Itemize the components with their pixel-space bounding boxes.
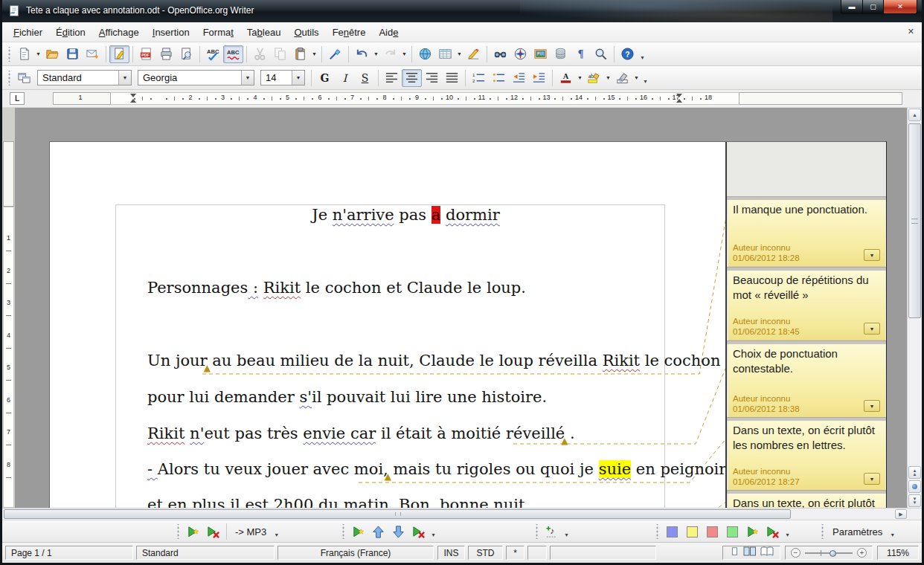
status-page-style[interactable]: Standard bbox=[136, 546, 275, 560]
comment-note[interactable]: Beaucoup de répétitions du mot « réveill… bbox=[728, 271, 885, 340]
play-add-button[interactable] bbox=[348, 523, 368, 540]
toolbar-grip[interactable] bbox=[7, 71, 12, 85]
indent-button[interactable] bbox=[529, 69, 549, 87]
redo-dropdown-icon[interactable]: ▼ bbox=[400, 45, 408, 63]
horizontal-scroll-thumb[interactable] bbox=[4, 509, 791, 519]
toolbar-grip[interactable] bbox=[655, 524, 660, 539]
arrow-up-button[interactable] bbox=[368, 523, 388, 540]
comment-menu-icon[interactable]: ▼ bbox=[864, 400, 880, 412]
indent-marker[interactable] bbox=[676, 94, 683, 103]
toolbar-overflow-button[interactable]: ▾ bbox=[641, 69, 650, 87]
comment-menu-icon[interactable]: ▼ bbox=[864, 473, 880, 485]
zoom-slider-track[interactable] bbox=[805, 552, 853, 554]
toolbar-overflow-button[interactable]: ▾ bbox=[272, 523, 281, 540]
sq-red-button[interactable] bbox=[702, 523, 722, 540]
chevron-down-icon[interactable]: ▼ bbox=[292, 71, 304, 85]
chevron-down-icon[interactable]: ▼ bbox=[118, 71, 131, 85]
table-button[interactable] bbox=[435, 45, 455, 63]
vertical-scroll-thumb[interactable] bbox=[908, 123, 921, 318]
italic-button[interactable]: I bbox=[335, 69, 355, 87]
document-line[interactable]: - Alors tu veux jouer avec moi,▲ mais tu… bbox=[117, 459, 664, 482]
close-button[interactable]: ✕ bbox=[883, 0, 917, 14]
document-line[interactable]: Rikit n'eut pas très envie car il était … bbox=[117, 424, 664, 446]
hyperlink-button[interactable] bbox=[415, 45, 435, 63]
zoom-in-icon[interactable]: + bbox=[857, 548, 867, 558]
previous-object-button[interactable]: ▲▲ bbox=[908, 466, 921, 479]
align-right-button[interactable] bbox=[422, 69, 442, 87]
status-modified-flag[interactable]: * bbox=[506, 546, 524, 560]
horizontal-scrollbar[interactable]: ▶ bbox=[2, 508, 922, 520]
vertical-ruler[interactable]: 12345678 bbox=[2, 108, 15, 508]
underline-button[interactable]: S bbox=[355, 69, 375, 87]
bgcolor-button[interactable] bbox=[612, 69, 632, 87]
autospell-button[interactable]: ABC bbox=[223, 45, 243, 63]
help-button[interactable]: ? bbox=[617, 45, 638, 63]
paragraph-style-combo[interactable]: Standard ▼ bbox=[37, 70, 132, 85]
menu-outils[interactable]: Outils bbox=[287, 24, 325, 41]
document-line[interactable]: et en plus il est 2h00 du matin. Bon, bo… bbox=[117, 495, 664, 508]
toolbar-overflow-button[interactable]: ▾ bbox=[888, 523, 897, 540]
draw-button[interactable] bbox=[463, 45, 484, 63]
toolbar-grip[interactable] bbox=[534, 524, 539, 539]
document-line[interactable]: Personnages : Rikit le cochon et Claude … bbox=[117, 278, 664, 298]
datasource-button[interactable] bbox=[551, 45, 571, 63]
highlight-dropdown-icon[interactable]: ▼ bbox=[604, 69, 612, 87]
edit-file-button[interactable] bbox=[109, 45, 129, 63]
styles-window-button[interactable] bbox=[14, 69, 34, 87]
play-add-button[interactable] bbox=[742, 523, 763, 540]
fontcolor-dropdown-icon[interactable]: ▼ bbox=[576, 69, 584, 87]
navigation-button[interactable] bbox=[908, 480, 921, 493]
highlight-button[interactable]: ab bbox=[584, 69, 604, 87]
toolbar-overflow-button[interactable]: ▾ bbox=[638, 45, 647, 63]
toolbar-grip[interactable] bbox=[176, 524, 181, 539]
comment-note[interactable]: Il manque une ponctuation.Auteur inconnu… bbox=[728, 200, 885, 267]
menu-format[interactable]: Format bbox=[196, 24, 240, 41]
align-left-button[interactable] bbox=[382, 69, 402, 87]
page[interactable]: Je n'arrive pas a dormirPersonnages : Ri… bbox=[49, 141, 887, 508]
mp3-export-button[interactable]: -> MP3 bbox=[230, 524, 272, 540]
next-object-button[interactable]: ▼▼ bbox=[908, 494, 921, 507]
toolbar-grip[interactable] bbox=[820, 524, 825, 539]
paste-button[interactable] bbox=[290, 45, 310, 63]
zoomicon-button[interactable] bbox=[591, 45, 611, 63]
align-center-button[interactable] bbox=[402, 69, 422, 87]
justify-button[interactable] bbox=[442, 69, 462, 87]
comment-note[interactable]: Dans un texte, on écrit plutôt bbox=[728, 494, 885, 508]
note-add-button[interactable]: ♪ bbox=[542, 523, 562, 540]
play-add-button[interactable] bbox=[183, 523, 203, 540]
mail-button[interactable] bbox=[83, 45, 103, 63]
undo-dropdown-icon[interactable]: ▼ bbox=[372, 45, 380, 63]
spell-button[interactable]: ABC bbox=[203, 45, 223, 63]
toolbar-overflow-button[interactable]: ▾ bbox=[783, 523, 792, 540]
menu-insertion[interactable]: Insertion bbox=[146, 24, 196, 41]
document-line[interactable]: pour lui demander s'il pouvait lui lire … bbox=[117, 387, 664, 407]
save-button[interactable] bbox=[62, 45, 83, 63]
fontcolor-button[interactable]: A bbox=[556, 69, 576, 87]
multi-page-view-icon[interactable] bbox=[743, 546, 757, 559]
font-size-combo[interactable]: 14 ▼ bbox=[260, 70, 305, 85]
new-button[interactable] bbox=[14, 45, 34, 63]
scroll-right-icon[interactable]: ▶ bbox=[895, 509, 907, 519]
document-line[interactable]: Je n'arrive pas a dormir bbox=[117, 205, 664, 225]
menu-affichage[interactable]: Affichage bbox=[92, 24, 146, 41]
zoom-slider-thumb[interactable] bbox=[830, 550, 836, 557]
outdent-button[interactable] bbox=[509, 69, 529, 87]
redo-button[interactable] bbox=[380, 45, 400, 63]
toolbar-grip[interactable] bbox=[7, 47, 12, 62]
brush-button[interactable] bbox=[325, 45, 345, 63]
status-signature[interactable] bbox=[527, 546, 547, 560]
chevron-down-icon[interactable]: ▼ bbox=[241, 71, 254, 85]
sq-green-button[interactable] bbox=[722, 523, 742, 540]
zoom-out-icon[interactable]: − bbox=[791, 548, 801, 558]
new-dropdown-icon[interactable]: ▼ bbox=[34, 45, 42, 63]
find-button[interactable] bbox=[490, 45, 510, 63]
bold-button[interactable]: G bbox=[315, 69, 335, 87]
menu-fentre[interactable]: Fenêtre bbox=[326, 24, 373, 41]
font-name-combo[interactable]: Georgia ▼ bbox=[138, 70, 254, 85]
cut-button[interactable] bbox=[250, 45, 270, 63]
horizontal-ruler[interactable]: 123456789101112131415161718 bbox=[29, 92, 895, 105]
menu-dition[interactable]: Édition bbox=[49, 24, 92, 41]
table-dropdown-icon[interactable]: ▼ bbox=[455, 45, 463, 63]
copy-button[interactable] bbox=[270, 45, 290, 63]
indent-marker[interactable] bbox=[130, 94, 137, 103]
